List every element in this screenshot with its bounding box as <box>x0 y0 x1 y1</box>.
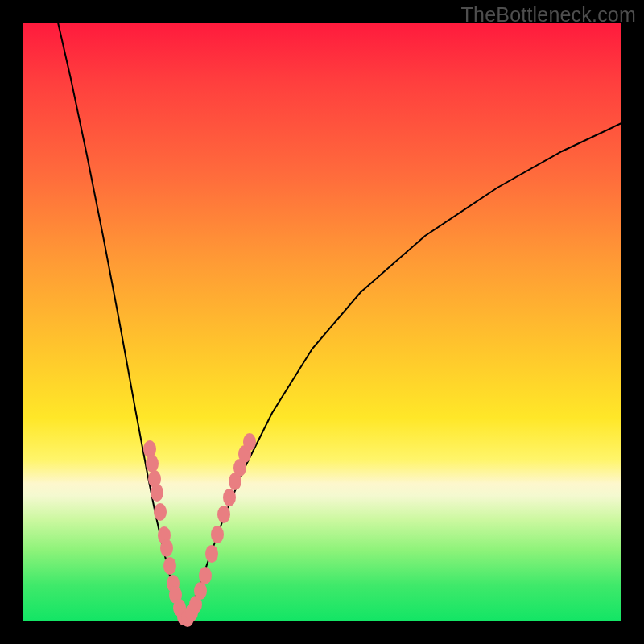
plot-area <box>23 23 621 621</box>
data-marker <box>211 526 224 543</box>
data-marker <box>217 506 230 523</box>
data-marker <box>146 455 159 473</box>
curve-layer <box>23 23 621 621</box>
chart-frame: TheBottleneck.com <box>0 0 644 644</box>
data-marker <box>194 582 207 600</box>
data-marker <box>154 503 167 521</box>
curve-right-branch <box>185 123 621 620</box>
marker-group <box>143 433 256 627</box>
data-marker <box>151 484 163 502</box>
curve-group <box>58 23 621 620</box>
data-marker <box>163 557 176 575</box>
data-marker <box>199 567 212 584</box>
data-marker <box>223 489 236 506</box>
data-marker <box>243 433 256 451</box>
data-marker <box>160 539 173 557</box>
data-marker <box>205 545 218 563</box>
